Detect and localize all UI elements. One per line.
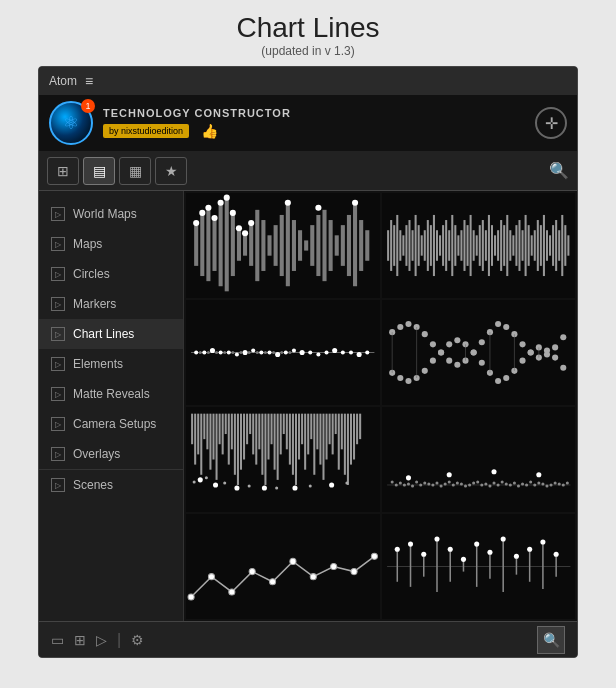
svg-point-287 — [508, 483, 511, 486]
tab-star[interactable]: ★ — [155, 157, 187, 185]
compass-icon[interactable]: ✛ — [535, 107, 567, 139]
like-icon[interactable]: 👍 — [201, 123, 218, 139]
sidebar-item-markers[interactable]: ▷ Markers — [39, 289, 183, 319]
svg-rect-5 — [225, 200, 229, 292]
sidebar-item-camera-setups[interactable]: ▷ Camera Setups — [39, 409, 183, 439]
svg-point-332 — [421, 552, 426, 557]
svg-rect-68 — [466, 225, 468, 266]
svg-point-311 — [290, 558, 296, 564]
bottom-right: 🔍 — [537, 626, 565, 654]
sidebar-item-circles[interactable]: ▷ Circles — [39, 259, 183, 289]
sidebar-item-maps[interactable]: ▷ Maps — [39, 229, 183, 259]
svg-rect-26 — [353, 205, 357, 286]
svg-point-264 — [415, 480, 418, 483]
svg-point-124 — [365, 350, 369, 354]
content-grid — [184, 191, 577, 621]
svg-rect-13 — [274, 225, 278, 266]
chart-cell-5[interactable] — [186, 407, 380, 512]
svg-point-107 — [227, 350, 231, 354]
chart-cell-6[interactable] — [382, 407, 576, 512]
app-window: Atom ≡ ⚛ 1 TECHNOLOGY CONSTRUCTOR by nix… — [38, 66, 578, 658]
page-header: Chart Lines (updated in v 1.3) — [236, 0, 379, 62]
svg-point-265 — [419, 483, 422, 486]
svg-rect-64 — [454, 225, 456, 266]
svg-point-129 — [231, 351, 234, 354]
search-icon[interactable]: 🔍 — [549, 161, 569, 180]
svg-point-36 — [236, 225, 242, 231]
svg-point-310 — [270, 579, 276, 585]
svg-rect-53 — [420, 235, 422, 255]
svg-point-336 — [474, 542, 479, 547]
settings-icon[interactable]: ⚙ — [131, 632, 144, 648]
chart-cell-2[interactable] — [382, 193, 576, 298]
svg-rect-216 — [277, 414, 279, 480]
svg-rect-4 — [219, 205, 223, 286]
tab-grid[interactable]: ⊞ — [47, 157, 79, 185]
svg-rect-213 — [267, 414, 269, 460]
search-button[interactable]: 🔍 — [537, 626, 565, 654]
grid-view-icon[interactable]: ⊞ — [74, 632, 86, 648]
svg-point-114 — [284, 350, 288, 354]
svg-rect-93 — [542, 215, 544, 276]
svg-point-281 — [484, 482, 487, 485]
svg-rect-15 — [286, 205, 290, 286]
svg-point-295 — [541, 482, 544, 485]
play-icon[interactable]: ▷ — [96, 632, 107, 648]
svg-rect-100 — [564, 225, 566, 266]
tab-tile[interactable]: ▦ — [119, 157, 151, 185]
svg-rect-217 — [280, 414, 282, 455]
sidebar-item-world-maps[interactable]: ▷ World Maps — [39, 199, 183, 229]
svg-rect-206 — [246, 414, 248, 445]
tab-list[interactable]: ▤ — [83, 157, 115, 185]
sidebar-item-elements[interactable]: ▷ Elements — [39, 349, 183, 379]
chart-cell-8[interactable] — [382, 514, 576, 619]
tile-icon: ▦ — [129, 163, 142, 179]
svg-rect-17 — [298, 230, 302, 261]
svg-point-32 — [211, 215, 217, 221]
svg-point-41 — [352, 200, 358, 206]
svg-point-175 — [519, 358, 525, 364]
svg-rect-63 — [451, 215, 453, 276]
svg-rect-9 — [249, 225, 253, 266]
svg-rect-8 — [243, 235, 247, 255]
svg-rect-224 — [301, 414, 303, 445]
layout-icon[interactable]: ▭ — [51, 632, 64, 648]
svg-point-244 — [198, 477, 203, 482]
svg-rect-88 — [527, 225, 529, 266]
svg-point-133 — [264, 351, 267, 354]
app-title: TECHNOLOGY CONSTRUCTOR — [103, 107, 291, 119]
sidebar-item-chart-lines[interactable]: ▷ Chart Lines — [39, 319, 183, 349]
svg-rect-48 — [405, 225, 407, 266]
svg-rect-101 — [567, 235, 569, 255]
svg-rect-239 — [347, 414, 349, 485]
svg-point-106 — [219, 350, 223, 354]
sidebar-item-matte-reveals[interactable]: ▷ Matte Reveals — [39, 379, 183, 409]
chart-cell-3[interactable] — [186, 300, 380, 405]
svg-rect-84 — [515, 225, 517, 266]
menu-icon[interactable]: ≡ — [85, 73, 93, 89]
svg-point-145 — [454, 362, 460, 368]
svg-point-339 — [513, 554, 518, 559]
svg-point-121 — [341, 350, 345, 354]
svg-point-105 — [210, 348, 215, 353]
chart-cell-1[interactable] — [186, 193, 380, 298]
svg-point-263 — [411, 484, 414, 487]
svg-rect-56 — [429, 225, 431, 266]
sidebar-item-label: Markers — [73, 297, 116, 311]
svg-point-173 — [503, 375, 509, 381]
svg-point-38 — [248, 220, 254, 226]
svg-rect-201 — [231, 414, 233, 450]
svg-rect-209 — [255, 414, 257, 465]
svg-point-251 — [205, 476, 208, 479]
svg-point-283 — [492, 481, 495, 484]
svg-point-269 — [435, 481, 438, 484]
sidebar-item-scenes[interactable]: ▷ Scenes — [39, 469, 183, 500]
svg-rect-233 — [329, 414, 331, 445]
chart-cell-7[interactable] — [186, 514, 380, 619]
svg-rect-23 — [335, 235, 339, 255]
svg-point-260 — [398, 481, 401, 484]
svg-rect-44 — [393, 225, 395, 266]
sidebar-item-overlays[interactable]: ▷ Overlays — [39, 439, 183, 469]
svg-rect-71 — [475, 235, 477, 255]
chart-cell-4[interactable] — [382, 300, 576, 405]
